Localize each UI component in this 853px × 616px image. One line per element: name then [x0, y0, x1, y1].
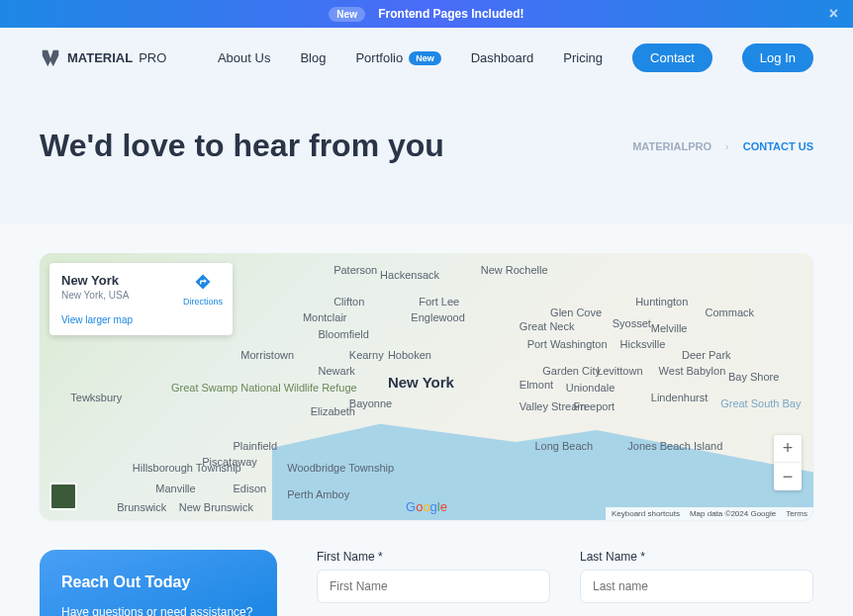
breadcrumb-root[interactable]: MATERIALPRO — [632, 140, 711, 152]
nav-blog[interactable]: Blog — [300, 50, 326, 65]
reach-out-card: Reach Out Today Have questions or need a… — [40, 550, 277, 616]
lastname-input[interactable] — [580, 570, 813, 603]
form-section: Reach Out Today Have questions or need a… — [40, 550, 813, 616]
chevron-right-icon: › — [725, 140, 729, 152]
directions-label: Directions — [183, 297, 223, 307]
nav-links: About Us Blog Portfolio New Dashboard Pr… — [218, 44, 712, 72]
contact-form: First Name * Last Name * Phone Number * … — [317, 550, 813, 616]
breadcrumb: MATERIALPRO › CONTACT US — [632, 140, 813, 152]
banner-new-badge: New — [329, 7, 365, 22]
map-data: Map data ©2024 Google — [690, 509, 776, 518]
title-section: We'd love to hear from you MATERIALPRO ›… — [0, 88, 853, 223]
map-city-label: New York — [388, 374, 454, 391]
navbar: MATERIALPRO About Us Blog Portfolio New … — [0, 28, 853, 88]
nav-about[interactable]: About Us — [218, 50, 270, 65]
reach-description: Have questions or need assistance? We're… — [61, 603, 255, 616]
brand-suffix: PRO — [139, 50, 166, 65]
logo-icon — [40, 47, 61, 69]
terms-link[interactable]: Terms — [786, 509, 807, 518]
main-content: New York Newark Paterson Hackensack New … — [0, 223, 853, 616]
nav-portfolio[interactable]: Portfolio New — [355, 50, 440, 65]
zoom-out-button[interactable]: − — [774, 463, 802, 490]
lastname-label: Last Name * — [580, 550, 813, 564]
brand-name: MATERIAL — [67, 50, 133, 65]
firstname-group: First Name * — [317, 550, 550, 616]
zoom-in-button[interactable]: + — [774, 435, 802, 463]
reach-title: Reach Out Today — [61, 573, 255, 591]
map-attribution: Keyboard shortcuts Map data ©2024 Google… — [606, 507, 813, 520]
page-title: We'd love to hear from you — [40, 128, 444, 164]
nav-pricing[interactable]: Pricing — [563, 50, 603, 65]
close-icon[interactable]: × — [829, 5, 838, 23]
brand-logo[interactable]: MATERIALPRO — [40, 47, 166, 69]
banner-text: Frontend Pages Included! — [378, 7, 523, 21]
nav-portfolio-label: Portfolio — [355, 50, 403, 65]
breadcrumb-current: CONTACT US — [743, 140, 813, 152]
google-logo: Google — [406, 499, 447, 514]
new-badge: New — [409, 51, 441, 65]
keyboard-shortcuts[interactable]: Keyboard shortcuts — [612, 509, 680, 518]
promo-banner: New Frontend Pages Included! × — [0, 0, 853, 28]
map[interactable]: New York Newark Paterson Hackensack New … — [40, 253, 813, 520]
firstname-input[interactable] — [317, 570, 550, 603]
nav-dashboard[interactable]: Dashboard — [471, 50, 534, 65]
directions-icon — [194, 273, 212, 291]
map-thumbnail-button[interactable] — [49, 483, 77, 510]
map-popup: New York New York, USA Directions View l… — [49, 263, 233, 335]
firstname-label: First Name * — [317, 550, 550, 564]
lastname-group: Last Name * — [580, 550, 813, 616]
map-zoom-control: + − — [774, 435, 802, 490]
directions-button[interactable]: Directions — [183, 273, 223, 307]
nav-contact[interactable]: Contact — [632, 44, 712, 72]
view-larger-link[interactable]: View larger map — [61, 314, 221, 325]
login-button[interactable]: Log In — [742, 44, 813, 72]
